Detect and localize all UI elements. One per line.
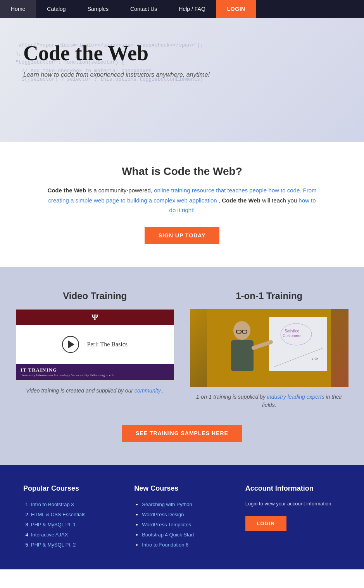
it-training-title: IT TRAINING (21, 367, 169, 373)
new-courses-list: Searching with Python WordPress Design W… (134, 500, 229, 550)
svg-text:Customers: Customers (283, 334, 301, 338)
caption-text-1: Video training is created and supplied b… (26, 387, 135, 394)
nav-contact[interactable]: Contact Us (119, 0, 168, 18)
play-button[interactable] (62, 336, 79, 353)
svg-text:Satisfied: Satisfied (285, 329, 299, 333)
navbar: Home Catalog Samples Contact Us Help / F… (0, 0, 364, 18)
list-item: Bootstrap 4 Quick Start (142, 530, 229, 540)
caption-link-1: community (135, 387, 161, 394)
what-is-section: What is Code the Web? Code the Web is a … (0, 142, 364, 267)
video-thumb-wrapper: Ψ Perl: The Basics IT TRAINING Universit… (16, 309, 174, 380)
instructor-image: Satisfied Customers y=2x (190, 309, 349, 387)
new-course-link-5[interactable]: Intro to Foundation 6 (142, 542, 188, 548)
training-section: Video Training Ψ Perl: The Basics IT TRA… (0, 267, 364, 465)
account-description: Login to view your account information. (245, 500, 341, 508)
footer: Popular Courses Intro to Bootstrap 3 HTM… (0, 465, 364, 569)
video-thumb-body: Perl: The Basics (16, 325, 174, 364)
svg-text:y=2x: y=2x (312, 357, 318, 360)
training-grid: Video Training Ψ Perl: The Basics IT TRA… (16, 291, 348, 409)
play-icon (68, 341, 74, 348)
popular-course-link-5[interactable]: PHP & MySQL Pt. 2 (31, 542, 76, 548)
list-item: PHP & MySQL Pt. 2 (31, 540, 119, 550)
caption-text-3: 1-on-1 training is supplied by (196, 394, 267, 400)
nav-links: Home Catalog Samples Contact Us Help / F… (0, 0, 364, 18)
video-thumb-footer: IT TRAINING University Information Techn… (16, 364, 174, 380)
new-course-link-4[interactable]: Bootstrap 4 Quick Start (142, 532, 194, 538)
desc-text-3: will teach you (262, 197, 298, 204)
training-samples-button[interactable]: SEE TRAINING SAMPLES HERE (122, 425, 242, 442)
list-item: WordPress Design (142, 510, 229, 520)
svg-rect-11 (231, 340, 254, 371)
account-col: Account Information Login to view your a… (245, 484, 341, 550)
hero-title: Code the Web (23, 41, 341, 65)
new-course-link-1[interactable]: Searching with Python (142, 502, 192, 507)
popular-courses-list: Intro to Bootstrap 3 HTML & CSS Essentia… (23, 500, 119, 550)
list-item: Interactive AJAX (31, 530, 119, 540)
course-title: Perl: The Basics (87, 341, 128, 348)
svg-rect-1 (269, 317, 327, 371)
popular-course-link-4[interactable]: Interactive AJAX (31, 532, 68, 538)
list-item: Intro to Bootstrap 3 (31, 500, 119, 510)
video-thumbnail[interactable]: Ψ Perl: The Basics IT TRAINING Universit… (16, 309, 174, 380)
list-item: PHP & MySQL Pt. 1 (31, 520, 119, 530)
nav-home[interactable]: Home (0, 0, 36, 18)
new-course-link-2[interactable]: WordPress Design (142, 512, 184, 517)
account-heading: Account Information (245, 484, 341, 493)
list-item: Intro to Foundation 6 (142, 540, 229, 550)
nav-samples[interactable]: Samples (77, 0, 119, 18)
new-courses-heading: New Courses (134, 484, 229, 493)
new-courses-col: New Courses Searching with Python WordPr… (134, 484, 229, 550)
desc-codetheweb-2: Code the Web (222, 197, 260, 204)
one-on-one-heading: 1-on-1 Training (190, 291, 349, 301)
nav-catalog[interactable]: Catalog (36, 0, 76, 18)
iu-logo: Ψ (91, 312, 98, 322)
footer-grid: Popular Courses Intro to Bootstrap 3 HTM… (23, 484, 341, 550)
video-training-heading: Video Training (16, 291, 174, 301)
desc-text-1: is a community-powered, (88, 187, 154, 194)
desc-text-2: , (219, 197, 222, 204)
footer-login-button[interactable]: LOGIN (245, 516, 286, 531)
popular-courses-heading: Popular Courses (23, 484, 119, 493)
video-training-caption: Video training is created and supplied b… (16, 387, 174, 395)
list-item: Searching with Python (142, 500, 229, 510)
what-is-description: Code the Web is a community-powered, onl… (47, 185, 318, 215)
popular-course-link-1[interactable]: Intro to Bootstrap 3 (31, 502, 74, 507)
popular-course-link-2[interactable]: HTML & CSS Essentials (31, 512, 85, 517)
signup-button[interactable]: SIGN UP TODAY (145, 227, 220, 244)
one-on-one-training-col: 1-on-1 Training Satisfied Customers y=2x (190, 291, 349, 409)
video-thumb-header: Ψ (16, 310, 174, 325)
list-item: WordPress Templates (142, 520, 229, 530)
list-item: HTML & CSS Essentials (31, 510, 119, 520)
hero-subtitle: Learn how to code from experienced instr… (23, 71, 341, 78)
caption-text-2: . (162, 387, 164, 394)
popular-course-link-3[interactable]: PHP & MySQL Pt. 1 (31, 522, 76, 527)
training-cta-wrapper: SEE TRAINING SAMPLES HERE (16, 425, 348, 442)
one-on-one-caption: 1-on-1 training is supplied by industry … (190, 393, 349, 409)
svg-point-7 (233, 321, 250, 340)
new-course-link-3[interactable]: WordPress Templates (142, 522, 191, 527)
popular-courses-col: Popular Courses Intro to Bootstrap 3 HTM… (23, 484, 119, 550)
instructor-svg: Satisfied Customers y=2x (207, 309, 331, 387)
hero-section: .after("<span class=ripple></span><span … (0, 18, 364, 142)
desc-codetheweb-1: Code the Web (47, 187, 86, 194)
instructor-img-wrapper: Satisfied Customers y=2x (190, 309, 349, 387)
video-training-col: Video Training Ψ Perl: The Basics IT TRA… (16, 291, 174, 409)
it-training-sub: University Information Technology Servic… (21, 373, 169, 377)
nav-login-button[interactable]: LOGIN (216, 0, 256, 18)
caption-link-2: industry leading experts (267, 394, 324, 400)
what-is-heading: What is Code the Web? (31, 165, 333, 178)
nav-help[interactable]: Help / FAQ (168, 0, 216, 18)
